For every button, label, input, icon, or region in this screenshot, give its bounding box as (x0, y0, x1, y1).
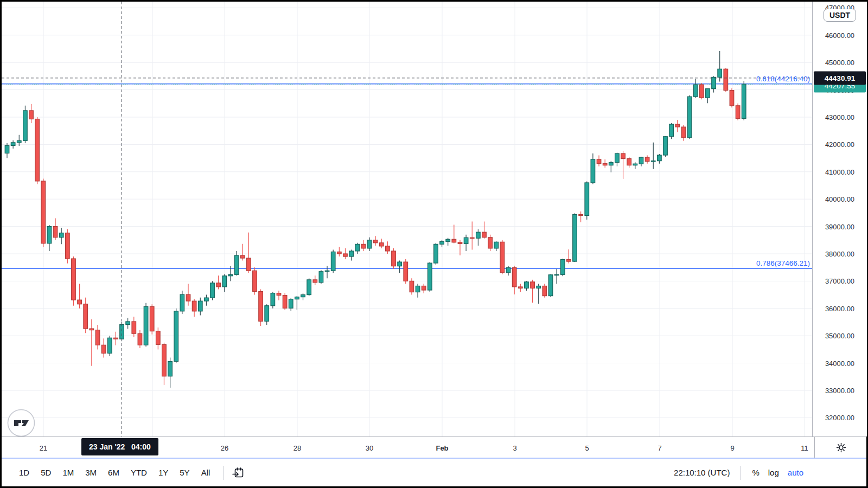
range-button-3M[interactable]: 3M (81, 466, 101, 479)
candle-body (174, 311, 178, 362)
candle-body (736, 106, 740, 119)
candle-body (228, 274, 233, 276)
price-scale-label: 39000.00 (813, 222, 867, 230)
settings-gear-icon[interactable] (836, 442, 846, 453)
range-button-YTD[interactable]: YTD (126, 466, 151, 479)
range-button-1M[interactable]: 1M (58, 466, 78, 479)
range-button-All[interactable]: All (197, 466, 215, 479)
candle-body (440, 241, 444, 244)
currency-badge[interactable]: USDT (824, 9, 856, 22)
candle-body (658, 155, 662, 161)
timezone-button[interactable]: 22:10:10 (UTC) (669, 466, 734, 479)
time-axis-label: 21 (40, 444, 47, 452)
range-button-6M[interactable]: 6M (104, 466, 124, 479)
go-to-date-button[interactable] (231, 465, 246, 480)
candle-body (386, 246, 390, 251)
candle-body (17, 140, 21, 143)
price-scale-label: 33000.00 (813, 387, 867, 395)
price-scale[interactable]: 47000.0046000.0045000.0044000.0043000.00… (812, 2, 867, 436)
candle-body (712, 77, 716, 88)
candle-body (404, 262, 408, 281)
time-axis-label: 30 (366, 444, 373, 452)
candle-body (210, 283, 215, 298)
candle-body (168, 362, 173, 376)
crosshair-price-badge: 44430.91 (814, 71, 866, 85)
candle-body (525, 282, 529, 288)
candle-body (313, 280, 317, 282)
candle-body (591, 159, 595, 183)
bottom-toolbar: 1D5D1M3M6MYTD1Y5YAll 22:10:10 (UTC) % lo… (2, 458, 866, 486)
candle-body (126, 322, 130, 325)
price-scale-label: 34000.00 (813, 359, 867, 367)
candle-body (633, 164, 637, 165)
range-button-5D[interactable]: 5D (36, 466, 55, 479)
candle-body (379, 243, 384, 246)
candle-body (66, 233, 70, 259)
candle-body (428, 263, 432, 290)
candle-body (253, 271, 257, 291)
candle-body (718, 69, 722, 77)
time-axis-label: Feb (436, 444, 448, 452)
fib-level-label: 0.618(44216.40) (756, 75, 810, 83)
candle-body (585, 183, 589, 215)
candle-body (277, 293, 281, 296)
candle-body (609, 163, 614, 165)
candle-body (156, 331, 161, 345)
candle-body (180, 294, 184, 311)
range-button-1Y[interactable]: 1Y (154, 466, 173, 479)
candle-body (434, 244, 438, 263)
candle-body (531, 282, 535, 288)
tradingview-logo[interactable] (7, 409, 35, 437)
chart-plot-area[interactable]: 0.618(44216.40)0.786(37466.21) (2, 2, 812, 436)
candlestick-chart[interactable] (2, 2, 812, 436)
time-axis-label: 5 (585, 444, 589, 452)
candle-body (90, 329, 94, 330)
candle-body (307, 280, 311, 295)
candle-body (645, 157, 649, 162)
price-scale-label: 38000.00 (813, 250, 867, 258)
candle-body (627, 159, 631, 165)
candle-body (446, 239, 450, 241)
candle-body (331, 252, 335, 271)
chart-inner: 0.618(44216.40)0.786(37466.21) 47000.004… (2, 2, 866, 486)
price-scale-label: 42000.00 (813, 140, 867, 149)
candle-body (216, 283, 221, 287)
candle-body (500, 242, 505, 272)
auto-scale-button[interactable]: auto (783, 466, 808, 479)
candle-body (482, 232, 487, 237)
axis-settings-corner[interactable] (814, 437, 867, 458)
log-scale-button[interactable]: log (764, 466, 783, 479)
candle-body (519, 287, 523, 288)
range-button-1D[interactable]: 1D (15, 466, 34, 479)
range-button-5Y[interactable]: 5Y (175, 466, 194, 479)
candle-body (669, 124, 674, 137)
candle-body (295, 297, 299, 299)
time-axis-label: 3 (513, 444, 516, 452)
time-axis[interactable]: 21262830Feb357911 23 Jan '22 04:00 (2, 436, 866, 458)
price-scale-label: 35000.00 (813, 332, 867, 340)
price-scale-label: 45000.00 (813, 59, 867, 67)
time-axis-label: 9 (730, 444, 734, 452)
candle-body (234, 255, 239, 274)
candle-body (488, 237, 493, 248)
fib-level-label: 0.786(37466.21) (756, 259, 810, 267)
toolbar-divider (224, 466, 224, 480)
candle-body (138, 333, 142, 345)
candle-body (5, 145, 9, 153)
percent-scale-button[interactable]: % (748, 466, 763, 479)
candle-body (271, 293, 275, 306)
candle-body (59, 233, 63, 237)
toolbar-divider-right (741, 466, 741, 480)
candle-body (742, 84, 746, 118)
candle-body (687, 97, 692, 138)
candle-body (222, 276, 227, 287)
candle-body (11, 143, 15, 146)
candle-body (301, 295, 305, 297)
price-scale-label: 36000.00 (813, 304, 867, 312)
candle-body (416, 286, 420, 292)
candle-body (621, 153, 626, 159)
candle-body (259, 292, 263, 322)
candle-body (537, 286, 541, 288)
price-scale-label: 40000.00 (813, 195, 867, 203)
candle-body (101, 345, 106, 353)
